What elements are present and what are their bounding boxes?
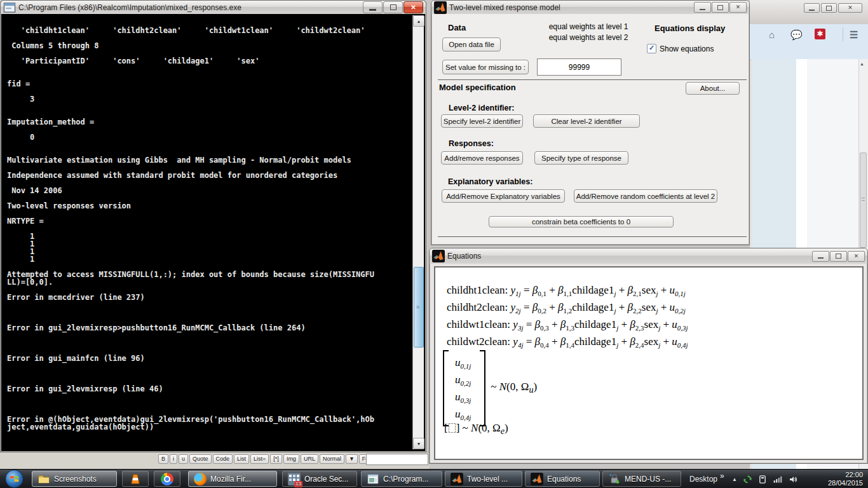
- editor-toolbar-button[interactable]: URL: [301, 454, 318, 464]
- browser-scroll-thumb[interactable]: [860, 152, 867, 248]
- checkmark-icon: ✓: [649, 44, 654, 51]
- matlab-icon: [434, 1, 447, 14]
- model-content: Data equal weights at level 1 equal weig…: [433, 14, 748, 243]
- desktop: { "console": { "title": "C:\\Program Fil…: [0, 0, 868, 488]
- u-vector-block: u0,1ju0,2ju0,3ju0,4j ~ N(0, Ωu): [443, 350, 537, 426]
- desktop-toolbar-label[interactable]: Desktop: [689, 475, 717, 484]
- taskbar-equations-button[interactable]: Equations: [525, 471, 600, 487]
- padlock-sync-icon: [608, 473, 621, 485]
- scroll-down-arrow[interactable]: ▼: [413, 438, 424, 449]
- taskbar-firefox-button[interactable]: Mozilla Fir...: [188, 471, 277, 487]
- lastpass-icon[interactable]: ✱: [815, 29, 825, 39]
- taskbar-vlc-button[interactable]: [122, 471, 149, 487]
- u-distribution: ~ N(0, Ωu): [491, 381, 537, 395]
- taskbar-label: C:\Program...: [383, 475, 428, 484]
- network-signal-icon[interactable]: [773, 475, 783, 484]
- editor-toolbar-button[interactable]: [*]: [270, 454, 282, 464]
- console-close-button[interactable]: ✕: [403, 1, 423, 13]
- browser-minimize-button[interactable]: [804, 3, 820, 13]
- editor-toolbar-button[interactable]: Normal: [320, 454, 344, 464]
- editor-text-input[interactable]: [366, 454, 428, 465]
- editor-toolbar-button[interactable]: List=: [250, 454, 269, 464]
- desktop-toolbar[interactable]: Desktop »: [689, 470, 724, 488]
- separator: [438, 236, 747, 237]
- taskbar: Screenshots Mozilla Fir... 13 Oracle Sec…: [0, 469, 868, 488]
- editor-toolbar-button[interactable]: i: [170, 454, 177, 464]
- open-data-file-button[interactable]: Open data file: [442, 37, 501, 51]
- system-tray: ▲: [732, 470, 799, 488]
- browser-titlebar: ✕: [750, 0, 868, 25]
- start-button[interactable]: [5, 470, 24, 488]
- home-icon[interactable]: ⌂: [769, 29, 775, 40]
- equations-window: Equations ✕ childht1clean: y1j = β0,1 + …: [429, 248, 868, 464]
- specify-response-type-button[interactable]: Specify type of response: [534, 151, 628, 165]
- console-scrollbar[interactable]: ▲ ▼: [412, 15, 424, 449]
- add-explanatory-button[interactable]: Add/Remove Explanatory variables: [442, 189, 565, 203]
- firefox-icon: [194, 473, 207, 485]
- taskbar-chrome-button[interactable]: [154, 471, 180, 487]
- equations-close-button[interactable]: ✕: [848, 251, 865, 262]
- set-missing-value-button[interactable]: Set value for missing to :: [442, 60, 529, 74]
- matlab-icon: [432, 250, 445, 262]
- editor-toolbar-button[interactable]: B: [158, 454, 168, 464]
- constrain-beta-button[interactable]: constrain beta coefficients to 0: [489, 216, 674, 227]
- console-app-icon: [3, 1, 16, 14]
- taskbar-screenshots-button[interactable]: Screenshots: [32, 471, 117, 487]
- windows-flag-icon: [9, 473, 20, 484]
- taskbar-oracle-button[interactable]: 13 Oracle Sec...: [282, 471, 357, 487]
- menu-icon[interactable]: ☰: [850, 29, 858, 41]
- browser-close-button[interactable]: ✕: [838, 3, 862, 13]
- model-spec-heading: Model specification: [439, 83, 516, 92]
- tray-expand-icon[interactable]: ▲: [732, 477, 737, 482]
- e-distribution: [] ~ N(0, Ωe): [444, 422, 508, 437]
- show-equations-checkbox[interactable]: ✓: [647, 44, 656, 53]
- matlab-icon: [531, 473, 543, 485]
- editor-toolbar-button[interactable]: Quote: [189, 454, 212, 464]
- add-remove-responses-button[interactable]: Add/remove responses: [441, 151, 523, 165]
- equations-minimize-button[interactable]: [812, 251, 829, 262]
- editor-toolbar-button[interactable]: List: [234, 454, 249, 464]
- browser-scroll-up-arrow[interactable]: ▲: [860, 62, 864, 66]
- equations-window-title: Equations: [447, 252, 481, 261]
- model-close-button[interactable]: ✕: [729, 2, 747, 13]
- console-restore-button[interactable]: [383, 1, 403, 13]
- sync-icon[interactable]: [743, 475, 752, 484]
- taskbar-matlab-model-button[interactable]: Two-level ...: [445, 471, 522, 487]
- device-icon[interactable]: [758, 475, 767, 484]
- taskbar-label: Equations: [547, 475, 581, 484]
- console-minimize-button[interactable]: [363, 1, 383, 13]
- taskbar-clock[interactable]: 22:00 28/04/2015: [812, 471, 863, 487]
- equations-restore-button[interactable]: [830, 251, 847, 262]
- specify-level2-button[interactable]: Specify level-2 identifier: [441, 114, 523, 128]
- taskbar-mendus-button[interactable]: MEND-US -...: [602, 471, 681, 487]
- taskbar-console-button[interactable]: C:\Program...: [361, 471, 442, 487]
- editor-toolbar-button[interactable]: Img: [283, 454, 299, 464]
- forum-editor-toolbar: BiuQuoteCodeListList=[*]ImgURLNormal▼Fon…: [0, 452, 430, 470]
- notification-badge: 13: [294, 481, 302, 487]
- chat-bubble-icon[interactable]: 💬: [790, 29, 803, 41]
- level2-label: Level-2 identifier:: [449, 104, 515, 112]
- editor-toolbar-button[interactable]: ▼: [346, 454, 358, 464]
- console-output: 'childht1clean' 'childht2clean' 'childwt…: [7, 19, 374, 431]
- console-titlebar[interactable]: C:\Program Files (x86)\Realcom\Imputatio…: [1, 1, 426, 14]
- matlab-icon: [451, 473, 463, 485]
- model-window-title: Two-level mixed response model: [449, 3, 560, 12]
- editor-toolbar-button[interactable]: Code: [213, 454, 233, 464]
- clear-level2-button[interactable]: Clear level-2 identifier: [533, 114, 640, 128]
- model-restore-button[interactable]: [712, 2, 729, 13]
- folder-icon: [37, 473, 50, 485]
- speaker-icon[interactable]: [789, 475, 799, 484]
- missing-value-field[interactable]: 99999: [537, 58, 621, 76]
- taskbar-label: Screenshots: [54, 475, 97, 484]
- editor-toolbar-button[interactable]: u: [179, 454, 188, 464]
- about-button[interactable]: About...: [686, 82, 740, 95]
- add-random-coefficients-button[interactable]: Add/Remove random coefficients at level …: [574, 189, 717, 203]
- browser-restore-button[interactable]: [821, 3, 837, 13]
- data-heading: Data: [448, 23, 466, 32]
- scroll-thumb[interactable]: [414, 267, 424, 348]
- model-minimize-button[interactable]: [694, 2, 711, 13]
- equations-titlebar[interactable]: Equations ✕: [430, 248, 867, 264]
- scroll-up-arrow[interactable]: ▲: [413, 15, 424, 27]
- chevron-icon[interactable]: »: [720, 471, 724, 480]
- model-titlebar[interactable]: Two-level mixed response model ✕: [431, 1, 749, 14]
